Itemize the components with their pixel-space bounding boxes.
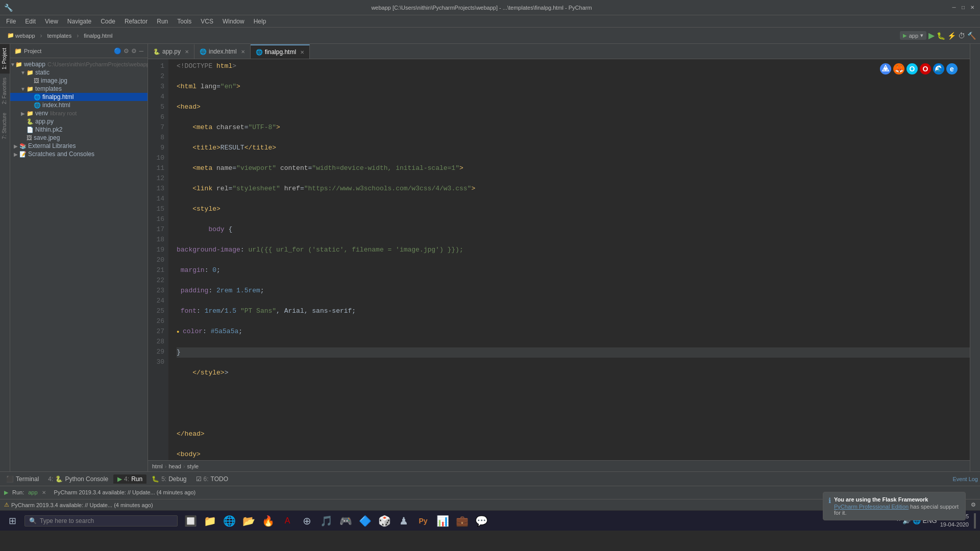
taskbar-app-cube[interactable]: 🔷 bbox=[356, 512, 374, 530]
tree-arrow-webapp[interactable]: ▼ bbox=[10, 62, 15, 67]
tool-tab-debug[interactable]: 🐛 5: Debug bbox=[148, 474, 190, 484]
taskbar-app-edge[interactable]: 🌐 bbox=[220, 512, 238, 530]
python-console-number: 4: bbox=[48, 475, 53, 483]
tree-arrow-venv[interactable]: ▶ bbox=[19, 111, 27, 116]
breadcrumb-finalpg[interactable]: finalpg.html bbox=[81, 32, 115, 40]
tree-item-app-py[interactable]: 🐍 app.py bbox=[10, 117, 148, 126]
tree-arrow-scratches[interactable]: ▶ bbox=[12, 152, 19, 157]
breadcrumb-html[interactable]: html bbox=[152, 463, 163, 469]
tab-close-index-html[interactable]: ✕ bbox=[241, 49, 245, 55]
event-log-button[interactable]: Event Log bbox=[952, 476, 978, 482]
tree-item-finalpg-html[interactable]: 🌐 finalpg.html bbox=[10, 93, 148, 101]
tree-item-nithin-pk2[interactable]: 📄 Nithin.pk2 bbox=[10, 126, 148, 134]
taskbar-app-explorer[interactable]: 📁 bbox=[201, 512, 218, 530]
tool-tab-python-console[interactable]: 4: 🐍 Python Console bbox=[44, 474, 112, 484]
breadcrumb-style[interactable]: style bbox=[187, 463, 199, 469]
tree-item-venv[interactable]: ▶ 📁 venv library root bbox=[10, 109, 148, 117]
toolbar-right: ▶ app ▾ ▶ 🐛 ⚡ ⏱ 🔨 bbox=[900, 31, 976, 40]
breadcrumb-head[interactable]: head bbox=[168, 463, 181, 469]
sidebar-tab-favorites[interactable]: 2: Favorites bbox=[0, 73, 10, 108]
project-tree: ▼ 📁 webapp C:\Users\nithin\PycharmProjec… bbox=[10, 58, 148, 471]
tab-close-app-py[interactable]: ✕ bbox=[185, 49, 189, 55]
sidebar-tab-project[interactable]: 1: Project bbox=[0, 44, 10, 73]
tree-item-templates[interactable]: ▼ 📁 templates bbox=[10, 85, 148, 93]
maximize-button[interactable]: □ bbox=[960, 4, 967, 11]
taskbar-app-firefox[interactable]: 🔥 bbox=[259, 512, 277, 530]
taskbar-app-game[interactable]: 🎮 bbox=[337, 512, 354, 530]
tab-index-html[interactable]: 🌐 index.html ✕ bbox=[194, 44, 251, 59]
search-input[interactable] bbox=[40, 517, 173, 524]
minimize-button[interactable]: ─ bbox=[950, 4, 958, 11]
tree-arrow-ext-libs[interactable]: ▶ bbox=[12, 143, 19, 149]
app-icon: 🔧 bbox=[4, 4, 13, 12]
coverage-button[interactable]: ⚡ bbox=[947, 32, 956, 40]
toolbar-project-btn[interactable]: 📁 webapp bbox=[4, 31, 38, 40]
show-desktop-btn[interactable] bbox=[974, 513, 976, 529]
taskbar-app-acrobat[interactable]: A bbox=[279, 512, 296, 530]
taskbar-app-ppt[interactable]: 📊 bbox=[434, 512, 451, 530]
run-active-config: app bbox=[28, 489, 37, 495]
tree-item-static[interactable]: ▼ 📁 static bbox=[10, 68, 148, 77]
taskbar-app-chess[interactable]: ♟ bbox=[395, 512, 412, 530]
tool-tab-run[interactable]: ▶ 4: Run bbox=[113, 474, 146, 484]
tool-tab-terminal[interactable]: ⬛ Terminal bbox=[2, 474, 43, 484]
breadcrumb-templates[interactable]: templates bbox=[44, 32, 75, 40]
run-config-dropdown[interactable]: ▶ app ▾ bbox=[900, 31, 926, 40]
tree-item-image-jpg[interactable]: 🖼 image.jpg bbox=[10, 77, 148, 85]
start-button[interactable]: ⊞ bbox=[2, 511, 22, 531]
menu-item-view[interactable]: View bbox=[41, 17, 62, 26]
profile-button[interactable]: ⏱ bbox=[958, 32, 965, 40]
tree-item-scratches[interactable]: ▶ 📝 Scratches and Consoles bbox=[10, 150, 148, 158]
menu-item-navigate[interactable]: Navigate bbox=[63, 17, 95, 26]
tree-label-app-py: app.py bbox=[35, 118, 54, 125]
status-git-icon[interactable]: ⚙ bbox=[971, 502, 976, 508]
tree-arrow-templates[interactable]: ▼ bbox=[19, 86, 27, 92]
close-button[interactable]: ✕ bbox=[969, 4, 976, 11]
taskbar-app-pycharm[interactable]: Py bbox=[414, 512, 432, 530]
tree-arrow-static[interactable]: ▼ bbox=[19, 70, 27, 76]
window-controls[interactable]: ─ □ ✕ bbox=[950, 4, 976, 11]
tool-tab-todo[interactable]: ☑ 6: TODO bbox=[192, 474, 232, 484]
tree-item-index-html[interactable]: 🌐 index.html bbox=[10, 101, 148, 109]
tree-label-scratches: Scratches and Consoles bbox=[28, 151, 94, 158]
run-config-name: app bbox=[909, 33, 918, 39]
tab-close-finalpg-html[interactable]: ✕ bbox=[300, 49, 304, 55]
tab-finalpg-html[interactable]: 🌐 finalpg.html ✕ bbox=[251, 44, 310, 59]
status-update-text[interactable]: PyCharm 2019.3.4 available: // Update...… bbox=[11, 502, 153, 508]
taskbar-app-media[interactable]: 🎵 bbox=[317, 512, 335, 530]
tree-label-templates: templates bbox=[35, 85, 62, 92]
menu-item-file[interactable]: File bbox=[2, 17, 20, 26]
menu-item-refactor[interactable]: Refactor bbox=[120, 17, 152, 26]
code-content[interactable]: <!DOCTYPE html> <html lang="en"> <head> … bbox=[168, 59, 970, 460]
menu-item-help[interactable]: Help bbox=[250, 17, 271, 26]
menu-item-vcs[interactable]: VCS bbox=[197, 17, 217, 26]
menu-item-edit[interactable]: Edit bbox=[21, 17, 40, 26]
debug-button[interactable]: 🐛 bbox=[937, 32, 945, 40]
sidebar-tab-structure[interactable]: 7: Structure bbox=[0, 109, 10, 143]
file-icon-finalpg-html: 🌐 bbox=[34, 94, 41, 101]
project-icon-settings[interactable]: ⚙ bbox=[124, 47, 129, 55]
taskbar-app-files[interactable]: 📂 bbox=[240, 512, 257, 530]
flask-link[interactable]: PyCharm Professional Edition bbox=[834, 504, 909, 510]
build-button[interactable]: 🔨 bbox=[967, 32, 976, 40]
taskbar-app-vpn[interactable]: ⊕ bbox=[298, 512, 315, 530]
menu-item-run[interactable]: Run bbox=[153, 17, 172, 26]
taskbar-app-whatsapp[interactable]: 💬 bbox=[473, 512, 490, 530]
tab-app-py[interactable]: 🐍 app.py ✕ bbox=[148, 44, 194, 59]
taskbar-app-multiview[interactable]: 🔲 bbox=[182, 512, 199, 530]
menu-item-code[interactable]: Code bbox=[96, 17, 119, 26]
tree-item-save-jpeg[interactable]: 🖼 save.jpeg bbox=[10, 134, 148, 142]
taskbar-app-briefcase[interactable]: 💼 bbox=[453, 512, 471, 530]
project-icon-scope[interactable]: 🔵 bbox=[114, 47, 121, 55]
menu-item-window[interactable]: Window bbox=[218, 17, 249, 26]
code-editor[interactable]: 🦊 O O 🌊 e 12345 bbox=[148, 59, 970, 460]
run-close-icon[interactable]: ✕ bbox=[42, 490, 46, 495]
project-icon-collapse[interactable]: ─ bbox=[139, 47, 143, 55]
search-bar[interactable]: 🔍 bbox=[24, 515, 178, 527]
project-icon-gear[interactable]: ⚙ bbox=[131, 47, 137, 55]
tree-item-external-libs[interactable]: ▶ 📚 External Libraries bbox=[10, 142, 148, 150]
taskbar-app-steam[interactable]: 🎲 bbox=[376, 512, 393, 530]
menu-item-tools[interactable]: Tools bbox=[173, 17, 195, 26]
run-button[interactable]: ▶ bbox=[928, 31, 935, 40]
tree-item-webapp[interactable]: ▼ 📁 webapp C:\Users\nithin\PycharmProjec… bbox=[10, 60, 148, 68]
